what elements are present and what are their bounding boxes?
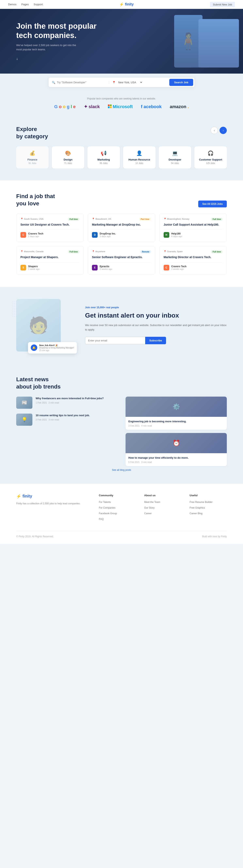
footer-link[interactable]: For Companies bbox=[99, 506, 115, 509]
category-count: 71 Jobs bbox=[55, 162, 81, 164]
company-time: 2 weeks ago bbox=[171, 268, 222, 270]
category-card-human-resource[interactable]: 👤 Human Resource 12 Jobs bbox=[123, 146, 156, 168]
job-card[interactable]: 📍 Anywhere Remote Senior Software Engine… bbox=[88, 246, 155, 275]
prev-arrow-button[interactable]: ‹ bbox=[211, 127, 218, 134]
category-name: Developer bbox=[162, 158, 188, 161]
footer-made-by: Built with love by Finity bbox=[202, 535, 227, 538]
footer-logo: ⚡ finity bbox=[16, 494, 91, 499]
job-badge: Full time bbox=[68, 250, 79, 253]
category-icon: 🎧 bbox=[198, 150, 223, 156]
hero-content: Join the most popular tech companies. We… bbox=[16, 22, 105, 61]
job-badge: Full time bbox=[211, 218, 222, 221]
categories-grid: 💰 Finance 91 Jobs 🎨 Design 71 Jobs 📢 Mar… bbox=[16, 146, 227, 168]
footer-link[interactable]: Our Story bbox=[144, 506, 155, 509]
footer-link[interactable]: Free Graphics bbox=[190, 506, 205, 509]
nav-pages[interactable]: Pages bbox=[21, 3, 29, 6]
footer-link[interactable]: Career Blog bbox=[190, 512, 202, 515]
newsletter-email-input[interactable] bbox=[85, 337, 145, 344]
see-all-blog-link[interactable]: See all blog posts bbox=[16, 469, 227, 471]
google-g: G bbox=[54, 104, 58, 110]
subscribe-button[interactable]: Subscribe bbox=[145, 337, 166, 344]
news-thumbnail: 📰 bbox=[16, 397, 32, 409]
microsoft-icon bbox=[108, 104, 112, 110]
job-title: Project Manager at Shapers. bbox=[21, 255, 79, 259]
footer-link[interactable]: Meet the Team bbox=[144, 501, 160, 503]
category-card-finance[interactable]: 💰 Finance 91 Jobs bbox=[16, 146, 49, 168]
next-arrow-button[interactable]: › bbox=[219, 127, 227, 134]
hero-person-2 bbox=[198, 19, 239, 67]
news-item[interactable]: 📰 Why freelancers are more interested in… bbox=[16, 397, 117, 409]
job-badge: Remote bbox=[140, 250, 151, 253]
job-badge: Full time bbox=[68, 218, 79, 221]
newsletter-image-wrap: 🧑 🔔 New Job Alert! 🎉 DropDrop is hiring … bbox=[16, 299, 73, 351]
job-card[interactable]: 📍 South Sussex, USA Full time Senior UX … bbox=[16, 214, 84, 242]
news-card-date: 5 Feb 2021 bbox=[128, 461, 140, 463]
news-date: 2 Feb 2021 bbox=[36, 418, 47, 421]
company-name: Cravers Tech bbox=[28, 232, 79, 235]
hero-arrow: ↓ bbox=[16, 57, 105, 61]
categories-section: Exploreby category ‹ › 💰 Finance 91 Jobs… bbox=[0, 118, 243, 181]
footer-link[interactable]: Facebook Group bbox=[99, 512, 117, 515]
news-read-time: 3 min read bbox=[49, 418, 59, 421]
svg-rect-1 bbox=[110, 104, 112, 106]
company-time: 3 days ago bbox=[100, 235, 151, 238]
notification-icon: 🔔 bbox=[31, 344, 37, 351]
job-title: Marketing Director at Cravers Tech. bbox=[164, 255, 222, 259]
category-count: 65 Jobs bbox=[91, 162, 117, 164]
footer-col-title: Useful bbox=[190, 494, 227, 497]
news-card-read: 3 min read bbox=[141, 461, 152, 463]
footer-brand: ⚡ finity Finity has a collection of 2,50… bbox=[16, 494, 91, 523]
brands-section: Popular tech companies who are seeking t… bbox=[0, 91, 243, 118]
footer-link[interactable]: Career bbox=[144, 512, 152, 515]
nav-demos[interactable]: Demos bbox=[8, 3, 17, 6]
nav-logo[interactable]: ⚡ finity bbox=[119, 2, 134, 7]
category-card-customer-support[interactable]: 🎧 Customer Support 125 Jobs bbox=[194, 146, 227, 168]
category-card-marketing[interactable]: 📢 Marketing 65 Jobs bbox=[87, 146, 120, 168]
job-card[interactable]: 📍 Masonville, Canada Full time Project M… bbox=[16, 246, 84, 275]
search-button[interactable]: Search Job bbox=[169, 79, 193, 86]
newsletter-form: Subscribe bbox=[85, 337, 166, 344]
footer-copyright: © Finity 2019. All Rights Reserved. bbox=[16, 535, 54, 538]
search-bar: 🔍 📍 New York, USA Los Angeles, USA Londo… bbox=[49, 78, 194, 87]
footer-link[interactable]: For Talents bbox=[99, 501, 111, 503]
submit-job-link[interactable]: Submit New Job bbox=[210, 2, 235, 7]
news-card-meta: 3 Feb 2021 4 min read bbox=[128, 425, 224, 427]
job-card[interactable]: 📍 Moanningford, Norway Full time Junior … bbox=[159, 214, 227, 242]
footer-link[interactable]: FAQ bbox=[99, 518, 104, 521]
news-card[interactable]: ⏰ How to manage your time efficiently to… bbox=[126, 433, 227, 466]
job-title: Senior Software Engineer at Epractis. bbox=[92, 255, 151, 259]
category-card-design[interactable]: 🎨 Design 71 Jobs bbox=[52, 146, 84, 168]
notification-title: New Job Alert! 🎉 bbox=[39, 344, 74, 347]
nav-support[interactable]: Support bbox=[34, 3, 43, 6]
job-location: 📍 Beaudesert, UK bbox=[92, 218, 111, 220]
footer-logo-icon: ⚡ bbox=[16, 494, 21, 499]
category-count: 54 Jobs bbox=[162, 162, 188, 164]
category-card-developer[interactable]: 💻 Developer 54 Jobs bbox=[159, 146, 191, 168]
category-icon: 🎨 bbox=[55, 150, 81, 156]
news-list-left: 📰 Why freelancers are more interested in… bbox=[16, 397, 117, 426]
category-count: 12 Jobs bbox=[126, 162, 152, 164]
news-item-title: Why freelancers are more interested in F… bbox=[36, 397, 104, 400]
hero-subtitle: We've helped over 2,500 job seekers to g… bbox=[16, 43, 81, 52]
location-icon: 📍 bbox=[112, 81, 116, 84]
see-all-jobs-button[interactable]: See All 2215 Jobs bbox=[198, 200, 227, 208]
category-icon: 💻 bbox=[162, 150, 188, 156]
categories-title: Exploreby category bbox=[16, 126, 48, 140]
footer-link[interactable]: Free Resume Builder bbox=[190, 501, 212, 503]
news-item-meta: 1 Feb 2021 2 min read bbox=[36, 401, 104, 404]
job-title: Marketing Manager at DropDrop Inc. bbox=[92, 223, 151, 227]
footer-desc: Finity has a collection of 2,500 jobs to… bbox=[16, 501, 91, 506]
job-card[interactable]: 📍 Granada, Spain Full time Marketing Dir… bbox=[159, 246, 227, 275]
notification-text: New Job Alert! 🎉 DropDrop is hiring Mark… bbox=[39, 344, 74, 351]
job-card[interactable]: 📍 Beaudesert, UK Part time Marketing Man… bbox=[88, 214, 155, 242]
news-card-read: 4 min read bbox=[141, 425, 152, 427]
job-location: 📍 South Sussex, USA bbox=[21, 218, 44, 220]
newsletter-title: Get instant alert on your inbox bbox=[85, 311, 227, 320]
company-name: Shapers bbox=[28, 265, 79, 268]
news-item-title: 10 resume writing tips to land you next … bbox=[36, 413, 90, 417]
location-select[interactable]: New York, USA Los Angeles, USA London, U… bbox=[117, 81, 143, 84]
news-read-time: 2 min read bbox=[49, 401, 59, 404]
search-input[interactable] bbox=[57, 81, 98, 84]
news-item[interactable]: 💡 10 resume writing tips to land you nex… bbox=[16, 413, 117, 426]
news-card[interactable]: ⚙️ Engineering job is becoming more inte… bbox=[126, 397, 227, 430]
